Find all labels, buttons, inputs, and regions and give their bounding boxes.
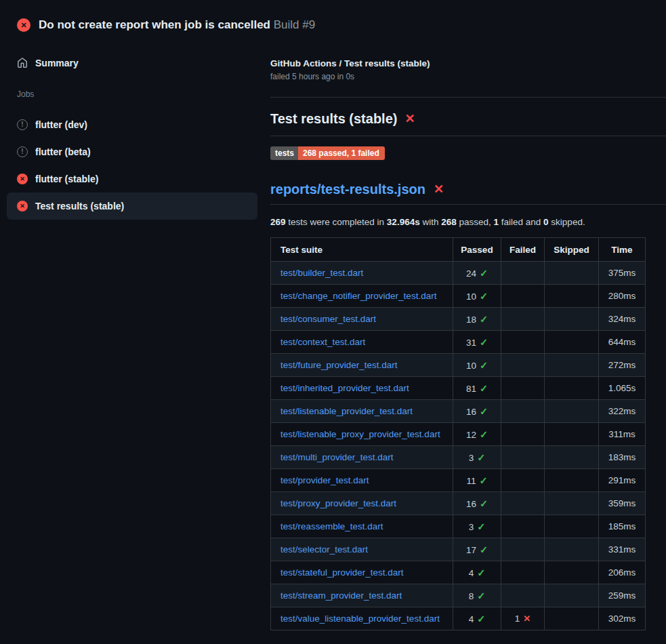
cancelled-status-icon: !: [17, 119, 28, 130]
sidebar-item-label: flutter (dev): [35, 118, 87, 132]
passed-count: 24: [466, 268, 476, 279]
skipped-cell: [545, 262, 599, 285]
skipped-cell: [545, 538, 599, 561]
sidebar-item-flutter-dev[interactable]: !flutter (dev): [7, 111, 257, 138]
check-icon: ✓: [480, 406, 488, 417]
passed-cell: 16✓: [453, 492, 501, 515]
test-suite-link[interactable]: test/change_notifier_provider_test.dart: [280, 291, 436, 301]
table-row: test/stream_provider_test.dart8✓259ms: [271, 584, 646, 607]
divider: [270, 97, 666, 98]
divider: [270, 204, 666, 205]
test-suite-cell: test/consumer_test.dart: [271, 308, 453, 331]
test-suite-link[interactable]: test/future_provider_test.dart: [280, 360, 398, 370]
passed-cell: 8✓: [453, 584, 501, 607]
passed-count: 12: [466, 430, 476, 440]
time-cell: 291ms: [599, 469, 646, 492]
sidebar-item-test-results-stable[interactable]: ✕Test results (stable): [7, 193, 257, 220]
sidebar: Summary Jobs !flutter (dev)!flutter (bet…: [0, 38, 264, 220]
table-row: test/multi_provider_test.dart3✓183ms: [271, 446, 646, 469]
passed-count: 3: [469, 522, 474, 532]
badge-label: tests: [270, 146, 298, 160]
test-suite-cell: test/change_notifier_provider_test.dart: [271, 285, 453, 308]
column-header-passed: Passed: [453, 238, 501, 262]
table-row: test/proxy_provider_test.dart16✓359ms: [271, 492, 646, 515]
test-suite-link[interactable]: test/inherited_provider_test.dart: [280, 383, 409, 393]
test-suite-cell: test/listenable_proxy_provider_test.dart: [271, 423, 453, 446]
test-suite-link[interactable]: test/proxy_provider_test.dart: [280, 498, 396, 508]
test-suite-link[interactable]: test/context_test.dart: [280, 337, 365, 347]
skipped-cell: [545, 354, 599, 377]
build-header: ✕ Do not create report when job is cance…: [0, 0, 666, 38]
test-suite-link[interactable]: test/provider_test.dart: [280, 475, 369, 485]
skipped-cell: [545, 377, 599, 400]
test-suite-cell: test/value_listenable_provider_test.dart: [271, 607, 453, 630]
section-title-text: Test results (stable): [270, 110, 397, 127]
test-suite-link[interactable]: test/reassemble_test.dart: [280, 521, 383, 531]
skipped-cell: [545, 331, 599, 354]
page-title: Do not create report when job is cancell…: [39, 18, 315, 32]
check-icon: ✓: [477, 567, 485, 578]
passed-cell: 11✓: [453, 469, 501, 492]
build-number: Build #9: [274, 18, 315, 31]
sidebar-item-summary[interactable]: Summary: [7, 50, 257, 76]
test-suite-link[interactable]: test/value_listenable_provider_test.dart: [280, 613, 440, 624]
test-suite-link[interactable]: test/multi_provider_test.dart: [280, 452, 394, 462]
table-row: test/future_provider_test.dart10✓272ms: [271, 354, 646, 377]
check-icon: ✓: [477, 521, 485, 532]
table-row: test/inherited_provider_test.dart81✓1.06…: [271, 377, 646, 400]
time-cell: 375ms: [599, 262, 646, 285]
table-row: test/listenable_provider_test.dart16✓322…: [271, 400, 646, 423]
passed-cell: 3✓: [453, 446, 501, 469]
test-suite-cell: test/inherited_provider_test.dart: [271, 377, 453, 400]
skipped-cell: [545, 285, 599, 308]
skipped-cell: [545, 308, 599, 331]
check-icon: ✓: [480, 498, 488, 509]
sidebar-item-flutter-beta[interactable]: !flutter (beta): [7, 138, 257, 165]
test-suite-link[interactable]: test/listenable_provider_test.dart: [280, 406, 413, 416]
time-cell: 206ms: [599, 561, 646, 584]
column-header-test-suite: Test suite: [271, 238, 453, 262]
test-suite-link[interactable]: test/listenable_proxy_provider_test.dart: [280, 429, 440, 439]
test-suite-link[interactable]: test/stateful_provider_test.dart: [280, 567, 404, 578]
summary-segment: passed,: [457, 217, 494, 227]
test-suite-cell: test/builder_test.dart: [271, 262, 453, 285]
test-suite-link[interactable]: test/consumer_test.dart: [280, 314, 376, 324]
test-suite-link[interactable]: test/selector_test.dart: [280, 544, 368, 555]
passed-count: 81: [466, 384, 476, 394]
passed-count: 16: [466, 407, 476, 417]
table-row: test/change_notifier_provider_test.dart1…: [271, 285, 646, 308]
passed-count: 17: [466, 545, 476, 555]
time-cell: 272ms: [599, 354, 646, 377]
check-icon: ✓: [480, 291, 488, 302]
status-line: failed 5 hours ago in 0s: [270, 72, 666, 81]
failed-cell: [501, 584, 545, 607]
check-icon: ✓: [480, 360, 488, 371]
report-file-link[interactable]: reports/test-results.json: [270, 180, 425, 198]
check-icon: ✓: [479, 475, 487, 486]
table-row: test/value_listenable_provider_test.dart…: [271, 607, 646, 630]
summary-segment: failed and: [499, 217, 543, 227]
failed-cell: [501, 469, 545, 492]
table-header-row: Test suitePassedFailedSkippedTime: [271, 238, 646, 262]
divider: [270, 136, 666, 136]
failed-cell: [501, 377, 545, 400]
passed-count: 11: [466, 476, 476, 486]
summary-segment: tests were completed in: [286, 217, 387, 227]
test-suite-link[interactable]: test/builder_test.dart: [280, 268, 363, 278]
failed-status-icon: ✕: [17, 174, 28, 184]
table-row: test/stateful_provider_test.dart4✓206ms: [271, 561, 646, 584]
check-icon: ✓: [480, 544, 488, 555]
sidebar-item-label: flutter (stable): [35, 172, 98, 186]
test-suite-cell: test/future_provider_test.dart: [271, 354, 453, 377]
tests-badge: tests 268 passed, 1 failed: [270, 146, 385, 160]
failed-cell: [501, 400, 545, 423]
sidebar-item-flutter-stable[interactable]: ✕flutter (stable): [7, 165, 257, 193]
column-header-failed: Failed: [501, 238, 545, 262]
passed-count: 10: [466, 361, 476, 371]
test-suite-link[interactable]: test/stream_provider_test.dart: [280, 590, 402, 601]
test-suite-cell: test/provider_test.dart: [271, 469, 453, 492]
column-header-skipped: Skipped: [545, 238, 599, 262]
test-suite-cell: test/multi_provider_test.dart: [271, 446, 453, 469]
table-row: test/reassemble_test.dart3✓185ms: [271, 515, 646, 538]
time-cell: 259ms: [599, 584, 646, 607]
